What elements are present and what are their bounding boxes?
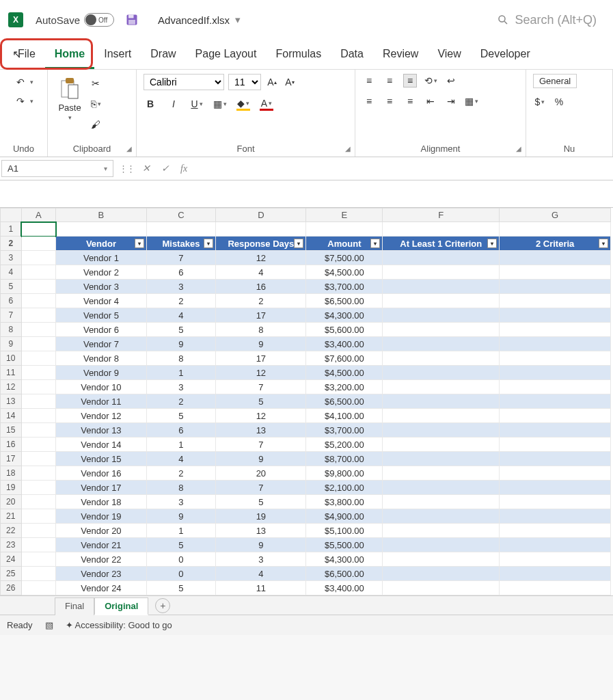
copy-icon[interactable]: ⎘: [89, 97, 103, 111]
row-header[interactable]: 21: [1, 509, 22, 524]
cell[interactable]: $6,500.00: [306, 567, 383, 581]
cell[interactable]: Vendor 16: [56, 466, 146, 481]
cell[interactable]: $5,100.00: [306, 524, 383, 538]
cell[interactable]: $4,500.00: [306, 366, 383, 380]
row-header[interactable]: 11: [1, 366, 22, 380]
cell[interactable]: 9: [216, 452, 306, 466]
filter-icon[interactable]: ▾: [370, 239, 380, 248]
sheet-tab-original[interactable]: Original: [94, 597, 148, 615]
cell-a1[interactable]: [21, 222, 56, 237]
row-header[interactable]: 16: [1, 438, 22, 452]
row-header[interactable]: 25: [1, 567, 22, 581]
add-sheet-button[interactable]: +: [155, 598, 170, 613]
cell[interactable]: 2: [216, 294, 306, 308]
cell[interactable]: Vendor 22: [56, 552, 146, 567]
font-color-button[interactable]: A: [260, 97, 273, 111]
row-header[interactable]: 10: [1, 351, 22, 366]
row-header[interactable]: 13: [1, 394, 22, 409]
row-header[interactable]: 3: [1, 251, 22, 265]
redo-button[interactable]: ↷: [11, 93, 36, 109]
cell[interactable]: 6: [146, 265, 216, 280]
column-header-G[interactable]: G: [500, 208, 611, 222]
cell[interactable]: Vendor 5: [56, 308, 146, 323]
ribbon-tab-review[interactable]: Review: [373, 41, 428, 69]
cell[interactable]: 8: [146, 481, 216, 495]
cell[interactable]: 6: [146, 423, 216, 438]
cell[interactable]: $3,700.00: [306, 280, 383, 294]
cell[interactable]: $4,300.00: [306, 308, 383, 323]
cell[interactable]: Vendor 2: [56, 265, 146, 280]
column-header-F[interactable]: F: [383, 208, 500, 222]
cell[interactable]: 8: [146, 351, 216, 366]
cell[interactable]: $3,800.00: [306, 495, 383, 509]
cell[interactable]: Vendor 24: [56, 581, 146, 595]
cell[interactable]: 16: [216, 280, 306, 294]
autosave-toggle[interactable]: AutoSave Off: [36, 13, 114, 27]
cell[interactable]: $5,500.00: [306, 538, 383, 552]
cell[interactable]: 2: [146, 466, 216, 481]
cell[interactable]: 5: [146, 581, 216, 595]
display-settings-icon[interactable]: ▧: [45, 620, 53, 630]
cut-icon[interactable]: ✂: [89, 77, 103, 90]
row-header[interactable]: 9: [1, 337, 22, 351]
cell[interactable]: Vendor 9: [56, 366, 146, 380]
column-header-E[interactable]: E: [306, 208, 383, 222]
cell[interactable]: 7: [146, 251, 216, 265]
ribbon-tab-formulas[interactable]: Formulas: [266, 41, 331, 69]
cell[interactable]: Vendor 4: [56, 294, 146, 308]
cell[interactable]: 12: [216, 366, 306, 380]
cell[interactable]: Vendor 8: [56, 351, 146, 366]
row-header[interactable]: 12: [1, 380, 22, 394]
cell[interactable]: Vendor 20: [56, 524, 146, 538]
cell[interactable]: $9,800.00: [306, 466, 383, 481]
cell[interactable]: 3: [146, 495, 216, 509]
align-center-icon[interactable]: ≡: [383, 94, 396, 108]
cell[interactable]: 9: [216, 337, 306, 351]
filter-icon[interactable]: ▾: [487, 239, 497, 248]
column-header-D[interactable]: D: [216, 208, 306, 222]
row-header[interactable]: 5: [1, 280, 22, 294]
column-header-C[interactable]: C: [146, 208, 216, 222]
row-header[interactable]: 18: [1, 466, 22, 481]
search-box[interactable]: Search (Alt+Q): [489, 10, 605, 30]
cell[interactable]: 5: [216, 495, 306, 509]
ribbon-tab-insert[interactable]: Insert: [94, 41, 141, 69]
accept-formula-icon[interactable]: ✓: [159, 161, 172, 176]
row-header[interactable]: 14: [1, 409, 22, 423]
cell[interactable]: Vendor 15: [56, 452, 146, 466]
cell[interactable]: $4,100.00: [306, 409, 383, 423]
cell[interactable]: $3,400.00: [306, 337, 383, 351]
cell[interactable]: Vendor 13: [56, 423, 146, 438]
ribbon-tab-page-layout[interactable]: Page Layout: [186, 41, 267, 69]
cell[interactable]: 17: [216, 351, 306, 366]
decrease-indent-icon[interactable]: ⇤: [424, 94, 437, 108]
cell[interactable]: Vendor 12: [56, 409, 146, 423]
cell[interactable]: Vendor 10: [56, 380, 146, 394]
cell[interactable]: 20: [216, 466, 306, 481]
font-size-select[interactable]: 11: [228, 74, 261, 90]
align-middle-icon[interactable]: ≡: [383, 74, 396, 88]
cell[interactable]: 11: [216, 581, 306, 595]
cell[interactable]: $4,500.00: [306, 265, 383, 280]
cell[interactable]: 2: [146, 294, 216, 308]
cell[interactable]: 5: [146, 538, 216, 552]
cell[interactable]: 9: [216, 538, 306, 552]
increase-indent-icon[interactable]: ⇥: [444, 94, 458, 108]
cell[interactable]: 1: [146, 438, 216, 452]
table-header[interactable]: Mistakes▾: [146, 237, 216, 251]
row-header[interactable]: 15: [1, 423, 22, 438]
cell[interactable]: Vendor 17: [56, 481, 146, 495]
fill-color-button[interactable]: ◆: [236, 97, 250, 111]
paste-button[interactable]: Paste ▾: [55, 74, 85, 124]
cell[interactable]: 9: [146, 509, 216, 524]
cell[interactable]: $7,500.00: [306, 251, 383, 265]
cell[interactable]: 7: [216, 380, 306, 394]
merge-center-icon[interactable]: ▦: [465, 94, 478, 108]
row-header[interactable]: 19: [1, 481, 22, 495]
sheet-tab-final[interactable]: Final: [55, 597, 94, 615]
italic-button[interactable]: I: [167, 97, 180, 111]
wrap-text-icon[interactable]: ↩: [444, 74, 458, 88]
orientation-icon[interactable]: ⟲: [424, 74, 437, 88]
table-header[interactable]: Response Days▾: [216, 237, 306, 251]
row-header[interactable]: 26: [1, 581, 22, 595]
